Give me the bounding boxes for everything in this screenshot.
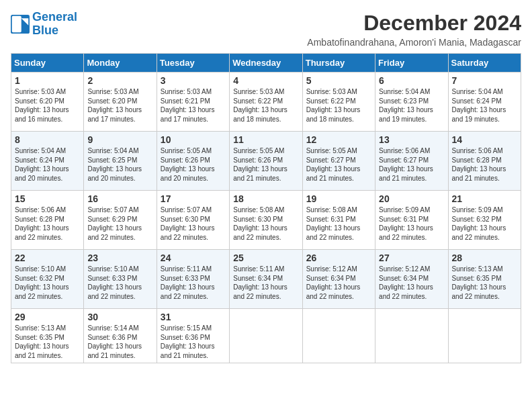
calendar-cell: 11Sunrise: 5:05 AM Sunset: 6:26 PM Dayli… <box>230 132 302 191</box>
calendar-cell: 6Sunrise: 5:04 AM Sunset: 6:23 PM Daylig… <box>375 73 448 132</box>
day-info: Sunrise: 5:04 AM Sunset: 6:23 PM Dayligh… <box>379 87 444 124</box>
day-info: Sunrise: 5:03 AM Sunset: 6:21 PM Dayligh… <box>161 87 226 124</box>
day-number: 24 <box>161 253 226 263</box>
calendar-cell: 10Sunrise: 5:05 AM Sunset: 6:26 PM Dayli… <box>157 132 229 191</box>
calendar-cell: 31Sunrise: 5:15 AM Sunset: 6:36 PM Dayli… <box>157 309 229 363</box>
logo: General Blue <box>11 11 77 38</box>
calendar-cell: 4Sunrise: 5:03 AM Sunset: 6:22 PM Daylig… <box>230 73 302 132</box>
day-info: Sunrise: 5:10 AM Sunset: 6:33 PM Dayligh… <box>87 265 152 301</box>
calendar-body: 1Sunrise: 5:03 AM Sunset: 6:20 PM Daylig… <box>11 73 521 363</box>
calendar-header-thursday: Thursday <box>302 54 375 73</box>
day-info: Sunrise: 5:11 AM Sunset: 6:33 PM Dayligh… <box>161 265 226 301</box>
calendar-cell: 5Sunrise: 5:03 AM Sunset: 6:22 PM Daylig… <box>302 73 375 132</box>
calendar-header-saturday: Saturday <box>448 54 521 73</box>
day-number: 30 <box>87 312 152 322</box>
calendar-cell: 22Sunrise: 5:10 AM Sunset: 6:32 PM Dayli… <box>11 250 84 309</box>
calendar-cell <box>375 309 448 363</box>
logo-text: General Blue <box>32 11 77 38</box>
day-info: Sunrise: 5:04 AM Sunset: 6:25 PM Dayligh… <box>87 146 152 183</box>
day-info: Sunrise: 5:04 AM Sunset: 6:24 PM Dayligh… <box>15 146 80 183</box>
calendar-cell: 30Sunrise: 5:14 AM Sunset: 6:36 PM Dayli… <box>84 309 157 363</box>
day-number: 2 <box>87 75 152 86</box>
day-info: Sunrise: 5:06 AM Sunset: 6:27 PM Dayligh… <box>379 146 444 183</box>
calendar-cell: 15Sunrise: 5:06 AM Sunset: 6:28 PM Dayli… <box>11 191 84 250</box>
calendar-header-wednesday: Wednesday <box>230 54 302 73</box>
day-number: 4 <box>233 75 298 86</box>
day-info: Sunrise: 5:03 AM Sunset: 6:22 PM Dayligh… <box>306 87 371 124</box>
calendar-cell: 13Sunrise: 5:06 AM Sunset: 6:27 PM Dayli… <box>375 132 448 191</box>
day-info: Sunrise: 5:13 AM Sunset: 6:35 PM Dayligh… <box>452 265 517 301</box>
calendar-cell: 17Sunrise: 5:07 AM Sunset: 6:30 PM Dayli… <box>157 191 229 250</box>
day-number: 8 <box>15 134 80 145</box>
calendar-header-sunday: Sunday <box>11 54 84 73</box>
day-info: Sunrise: 5:11 AM Sunset: 6:34 PM Dayligh… <box>233 265 298 301</box>
day-info: Sunrise: 5:15 AM Sunset: 6:36 PM Dayligh… <box>161 324 226 360</box>
day-info: Sunrise: 5:09 AM Sunset: 6:31 PM Dayligh… <box>379 205 444 242</box>
calendar-cell: 9Sunrise: 5:04 AM Sunset: 6:25 PM Daylig… <box>84 132 157 191</box>
day-number: 31 <box>161 312 226 322</box>
day-number: 28 <box>452 253 517 263</box>
calendar-week-row: 1Sunrise: 5:03 AM Sunset: 6:20 PM Daylig… <box>11 73 521 132</box>
calendar-cell <box>448 309 521 363</box>
day-info: Sunrise: 5:07 AM Sunset: 6:29 PM Dayligh… <box>87 205 152 242</box>
day-number: 14 <box>452 134 517 145</box>
day-number: 5 <box>306 75 371 86</box>
title-block: December 2024 Ambatofinandrahana, Amoron… <box>307 11 521 48</box>
day-info: Sunrise: 5:14 AM Sunset: 6:36 PM Dayligh… <box>87 324 152 360</box>
calendar-cell: 27Sunrise: 5:12 AM Sunset: 6:34 PM Dayli… <box>375 250 448 309</box>
day-number: 25 <box>233 253 298 263</box>
day-number: 10 <box>161 134 226 145</box>
calendar-cell <box>230 309 302 363</box>
day-info: Sunrise: 5:13 AM Sunset: 6:35 PM Dayligh… <box>15 324 80 360</box>
logo-icon <box>11 15 30 34</box>
calendar-cell <box>302 309 375 363</box>
calendar-cell: 26Sunrise: 5:12 AM Sunset: 6:34 PM Dayli… <box>302 250 375 309</box>
day-info: Sunrise: 5:06 AM Sunset: 6:28 PM Dayligh… <box>15 205 80 242</box>
calendar-cell: 3Sunrise: 5:03 AM Sunset: 6:21 PM Daylig… <box>157 73 229 132</box>
day-number: 9 <box>87 134 152 145</box>
calendar-table: SundayMondayTuesdayWednesdayThursdayFrid… <box>11 53 521 363</box>
month-title: December 2024 <box>307 11 521 36</box>
calendar-cell: 18Sunrise: 5:08 AM Sunset: 6:30 PM Dayli… <box>230 191 302 250</box>
day-info: Sunrise: 5:03 AM Sunset: 6:22 PM Dayligh… <box>233 87 298 124</box>
svg-rect-2 <box>12 16 21 33</box>
calendar-week-row: 8Sunrise: 5:04 AM Sunset: 6:24 PM Daylig… <box>11 132 521 191</box>
calendar-header-monday: Monday <box>84 54 157 73</box>
calendar-cell: 24Sunrise: 5:11 AM Sunset: 6:33 PM Dayli… <box>157 250 229 309</box>
calendar-cell: 25Sunrise: 5:11 AM Sunset: 6:34 PM Dayli… <box>230 250 302 309</box>
day-number: 13 <box>379 134 444 145</box>
day-number: 12 <box>306 134 371 145</box>
day-number: 27 <box>379 253 444 263</box>
calendar-cell: 7Sunrise: 5:04 AM Sunset: 6:24 PM Daylig… <box>448 73 521 132</box>
calendar-week-row: 15Sunrise: 5:06 AM Sunset: 6:28 PM Dayli… <box>11 191 521 250</box>
day-number: 6 <box>379 75 444 86</box>
day-number: 16 <box>87 193 152 204</box>
day-info: Sunrise: 5:05 AM Sunset: 6:27 PM Dayligh… <box>306 146 371 183</box>
day-number: 3 <box>161 75 226 86</box>
day-info: Sunrise: 5:08 AM Sunset: 6:31 PM Dayligh… <box>306 205 371 242</box>
calendar-cell: 20Sunrise: 5:09 AM Sunset: 6:31 PM Dayli… <box>375 191 448 250</box>
calendar-cell: 23Sunrise: 5:10 AM Sunset: 6:33 PM Dayli… <box>84 250 157 309</box>
day-number: 20 <box>379 193 444 204</box>
day-info: Sunrise: 5:04 AM Sunset: 6:24 PM Dayligh… <box>452 87 517 124</box>
day-number: 21 <box>452 193 517 204</box>
day-info: Sunrise: 5:03 AM Sunset: 6:20 PM Dayligh… <box>87 87 152 124</box>
day-number: 17 <box>161 193 226 204</box>
calendar-cell: 8Sunrise: 5:04 AM Sunset: 6:24 PM Daylig… <box>11 132 84 191</box>
day-info: Sunrise: 5:12 AM Sunset: 6:34 PM Dayligh… <box>379 265 444 301</box>
calendar-cell: 14Sunrise: 5:06 AM Sunset: 6:28 PM Dayli… <box>448 132 521 191</box>
day-number: 22 <box>15 253 80 263</box>
calendar-week-row: 22Sunrise: 5:10 AM Sunset: 6:32 PM Dayli… <box>11 250 521 309</box>
day-info: Sunrise: 5:06 AM Sunset: 6:28 PM Dayligh… <box>452 146 517 183</box>
day-info: Sunrise: 5:05 AM Sunset: 6:26 PM Dayligh… <box>233 146 298 183</box>
calendar-cell: 21Sunrise: 5:09 AM Sunset: 6:32 PM Dayli… <box>448 191 521 250</box>
day-number: 7 <box>452 75 517 86</box>
calendar-cell: 28Sunrise: 5:13 AM Sunset: 6:35 PM Dayli… <box>448 250 521 309</box>
day-number: 23 <box>87 253 152 263</box>
day-info: Sunrise: 5:09 AM Sunset: 6:32 PM Dayligh… <box>452 205 517 242</box>
location-subtitle: Ambatofinandrahana, Amoron'i Mania, Mada… <box>307 37 521 48</box>
calendar-cell: 16Sunrise: 5:07 AM Sunset: 6:29 PM Dayli… <box>84 191 157 250</box>
calendar-header-friday: Friday <box>375 54 448 73</box>
calendar-cell: 29Sunrise: 5:13 AM Sunset: 6:35 PM Dayli… <box>11 309 84 363</box>
calendar-header-row: SundayMondayTuesdayWednesdayThursdayFrid… <box>11 54 521 73</box>
